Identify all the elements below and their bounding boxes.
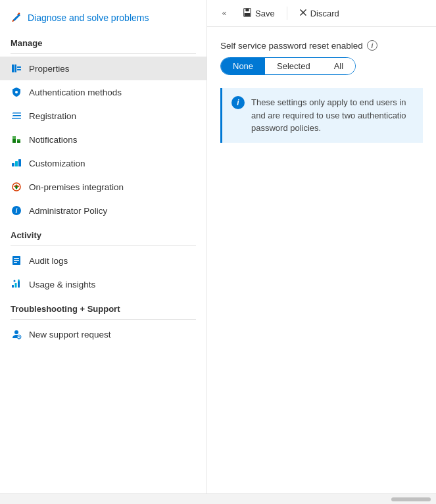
on-premises-label: On-premises integration (29, 182, 124, 192)
customization-icon (11, 157, 22, 169)
collapse-button[interactable]: « (215, 4, 233, 22)
footer-bar (0, 493, 436, 504)
svg-rect-11 (12, 136, 16, 139)
sidebar-item-audit-logs[interactable]: Audit logs (0, 249, 206, 272)
sidebar-item-usage-insights[interactable]: Usage & insights (0, 272, 206, 296)
content-area: Self service password reset enabled i No… (207, 27, 436, 493)
shield-icon (11, 86, 22, 98)
notifications-icon (11, 134, 22, 145)
info-box-text: These settings only apply to end users i… (251, 96, 414, 135)
svg-rect-23 (14, 262, 17, 263)
main-panel: « Save (207, 0, 436, 493)
svg-rect-26 (18, 281, 20, 288)
wrench-icon (11, 12, 22, 24)
svg-rect-13 (17, 139, 20, 141)
audit-logs-label: Audit logs (29, 256, 68, 266)
toolbar-divider (287, 7, 287, 20)
discard-label: Discard (310, 9, 339, 18)
save-label: Save (255, 9, 275, 18)
toolbar: « Save (207, 0, 436, 27)
svg-rect-34 (245, 13, 251, 15)
sidebar: Diagnose and solve problems Manage Prope… (0, 0, 207, 493)
svg-point-27 (14, 280, 16, 282)
save-icon (243, 8, 252, 19)
save-button[interactable]: Save (236, 5, 281, 22)
toggle-selected-button[interactable]: Selected (265, 58, 322, 74)
svg-point-4 (15, 91, 18, 93)
sidebar-item-registration[interactable]: Registration (0, 104, 206, 128)
registration-icon (11, 110, 22, 122)
svg-rect-22 (14, 260, 19, 261)
sidebar-item-diagnose[interactable]: Diagnose and solve problems (0, 5, 206, 30)
svg-rect-14 (12, 163, 14, 166)
svg-rect-21 (14, 258, 19, 259)
sidebar-item-auth-methods[interactable]: Authentication methods (0, 80, 206, 104)
svg-rect-5 (12, 113, 21, 114)
svg-rect-33 (245, 8, 249, 11)
scrollbar-thumb[interactable] (391, 497, 431, 501)
field-info-icon[interactable]: i (367, 40, 377, 51)
svg-point-29 (14, 330, 18, 334)
admin-policy-label: Administrator Policy (29, 206, 107, 216)
svg-point-28 (18, 280, 20, 282)
sidebar-item-customization[interactable]: Customization (0, 151, 206, 175)
registration-label: Registration (29, 111, 76, 121)
support-request-icon: ? (11, 328, 22, 340)
toggle-none-button[interactable]: None (221, 58, 265, 74)
svg-text:i: i (16, 207, 18, 214)
svg-rect-2 (17, 66, 21, 68)
admin-policy-icon: i (11, 205, 22, 216)
customization-label: Customization (29, 159, 85, 168)
toggle-all-button[interactable]: All (322, 58, 355, 74)
auth-methods-label: Authentication methods (29, 88, 122, 97)
discard-icon (299, 9, 307, 18)
svg-rect-3 (17, 69, 21, 70)
info-box: i These settings only apply to end users… (220, 88, 423, 143)
sidebar-item-admin-policy[interactable]: i Administrator Policy (0, 199, 206, 222)
svg-text:?: ? (18, 336, 20, 340)
svg-rect-8 (12, 113, 13, 114)
troubleshooting-section-label: Troubleshooting + Support (0, 296, 206, 316)
properties-icon (11, 63, 22, 74)
manage-section-label: Manage (0, 30, 206, 51)
usage-insights-icon (11, 278, 22, 290)
on-premises-icon (11, 181, 22, 193)
properties-label: Properties (29, 64, 70, 74)
field-label: Self service password reset enabled i (220, 40, 423, 51)
sidebar-item-properties[interactable]: Properties (0, 57, 206, 80)
activity-divider (11, 245, 196, 246)
diagnose-label: Diagnose and solve problems (28, 13, 149, 23)
audit-logs-icon (11, 255, 22, 266)
collapse-icon: « (222, 9, 227, 18)
svg-rect-15 (15, 161, 18, 166)
activity-section-label: Activity (0, 222, 206, 243)
support-request-label: New support request (29, 330, 111, 340)
svg-rect-16 (18, 159, 21, 166)
field-label-text: Self service password reset enabled (220, 41, 363, 51)
manage-divider (11, 53, 196, 54)
discard-button[interactable]: Discard (293, 5, 346, 22)
svg-rect-0 (12, 64, 14, 72)
toggle-group: None Selected All (220, 57, 356, 75)
sidebar-item-on-premises[interactable]: On-premises integration (0, 175, 206, 199)
svg-rect-6 (12, 115, 21, 116)
svg-rect-7 (12, 118, 21, 119)
sidebar-item-support-request[interactable]: ? New support request (0, 322, 206, 346)
svg-rect-25 (15, 283, 17, 288)
svg-rect-24 (12, 285, 14, 288)
svg-rect-1 (14, 64, 16, 72)
svg-rect-9 (12, 115, 13, 116)
troubleshooting-divider (11, 319, 196, 320)
sidebar-item-notifications[interactable]: Notifications (0, 128, 206, 151)
info-box-icon: i (231, 96, 245, 109)
notifications-label: Notifications (29, 135, 78, 145)
usage-insights-label: Usage & insights (29, 280, 95, 290)
